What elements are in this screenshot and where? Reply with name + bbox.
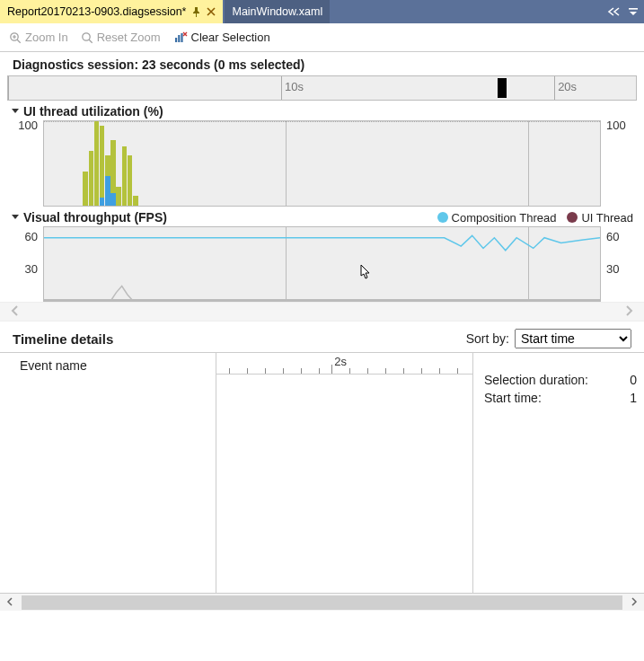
y-axis-right: 3060 [601, 226, 637, 302]
bottom-scrollbar[interactable] [0, 593, 644, 611]
svg-rect-5 [181, 33, 182, 42]
legend-label: Composition Thread [452, 211, 557, 225]
tab-overflow-chevrons-icon[interactable] [606, 6, 621, 17]
selection-info-panel: Selection duration: 0 Start time: 1 [473, 353, 644, 593]
section-header-visual-throughput[interactable]: Visual throughput (FPS) Composition Thre… [7, 207, 637, 226]
start-time-value: 1 [630, 391, 637, 405]
ruler-marker[interactable] [498, 78, 507, 98]
legend-dot-icon [437, 212, 448, 223]
start-time-label: Start time: [484, 391, 542, 405]
ruler-tick-label: 10s [285, 80, 304, 93]
timeline-details-body: Event name 2s Selection duration: 0 Star… [0, 352, 644, 593]
tab-mainwindow-xaml[interactable]: MainWindow.xaml [225, 0, 330, 23]
reset-zoom-button[interactable]: Reset Zoom [81, 31, 161, 44]
clear-selection-button[interactable]: Clear Selection [173, 31, 270, 44]
scroll-left-icon[interactable] [0, 595, 20, 609]
caret-down-icon [11, 104, 20, 119]
timeline-details-bar: Timeline details Sort by: Start time [0, 322, 644, 352]
timeline-mini-ruler[interactable]: 2s [216, 353, 472, 375]
zoom-in-label: Zoom In [25, 31, 68, 44]
scroll-left-icon[interactable] [9, 304, 22, 320]
legend-item: UI Thread [567, 211, 633, 225]
reset-zoom-icon [81, 31, 93, 44]
chart-scroll-zone[interactable] [0, 302, 644, 322]
legend: Composition ThreadUI Thread [437, 211, 633, 225]
reset-zoom-label: Reset Zoom [97, 31, 161, 44]
section-title: UI thread utilization (%) [23, 104, 163, 119]
tab-overflow-controls [606, 0, 644, 23]
timeline-track-column[interactable]: 2s [216, 353, 473, 593]
scrollbar-track[interactable] [22, 595, 622, 610]
legend-label: UI Thread [581, 211, 633, 225]
tab-label: Report20170213-0903.diagsession* [7, 5, 186, 18]
legend-dot-icon [567, 212, 578, 223]
zoom-in-icon [9, 31, 22, 44]
clear-selection-icon [173, 31, 188, 44]
caret-down-icon [11, 210, 20, 225]
ui-thread-chart[interactable] [43, 120, 601, 207]
ruler-tick-label: 20s [558, 80, 577, 93]
tab-dropdown-icon[interactable] [628, 6, 639, 17]
legend-item: Composition Thread [437, 211, 557, 225]
document-tabstrip: Report20170213-0903.diagsession* MainWin… [0, 0, 644, 23]
timeline-details-title: Timeline details [13, 331, 113, 347]
selection-duration-label: Selection duration: [484, 373, 588, 387]
scroll-right-icon[interactable] [624, 595, 644, 609]
scrollbar-thumb[interactable] [22, 595, 622, 610]
mini-ruler-label: 2s [334, 355, 347, 368]
svg-rect-4 [178, 35, 180, 42]
diagnostics-toolbar: Zoom In Reset Zoom Clear Selection [0, 23, 644, 52]
scroll-right-icon[interactable] [622, 304, 635, 320]
zoom-in-button[interactable]: Zoom In [9, 31, 68, 44]
selection-duration-value: 0 [630, 373, 637, 387]
y-axis-right: 100 [601, 120, 637, 207]
sort-by-select[interactable]: Start time [515, 329, 631, 348]
y-axis-left: 3060 [7, 226, 43, 302]
section-title: Visual throughput (FPS) [23, 210, 167, 225]
clear-selection-label: Clear Selection [191, 31, 270, 44]
event-name-column: Event name [0, 353, 216, 593]
sort-by-label: Sort by: [466, 331, 509, 346]
svg-rect-3 [175, 38, 177, 42]
session-info-label: Diagnostics session: 23 seconds (0 ms se… [0, 52, 644, 75]
event-name-header: Event name [11, 358, 205, 373]
svg-rect-0 [629, 8, 638, 10]
timeline-ruler[interactable]: 10s20s [7, 75, 637, 101]
visual-throughput-chart[interactable] [43, 226, 601, 302]
tab-report-diagsession[interactable]: Report20170213-0903.diagsession* [0, 0, 223, 23]
section-header-ui-thread[interactable]: UI thread utilization (%) [7, 101, 637, 120]
svg-point-2 [82, 32, 89, 40]
close-icon[interactable] [207, 7, 216, 16]
y-axis-left: 100 [7, 120, 43, 207]
pin-icon[interactable] [191, 7, 201, 17]
tab-label: MainWindow.xaml [232, 5, 322, 18]
